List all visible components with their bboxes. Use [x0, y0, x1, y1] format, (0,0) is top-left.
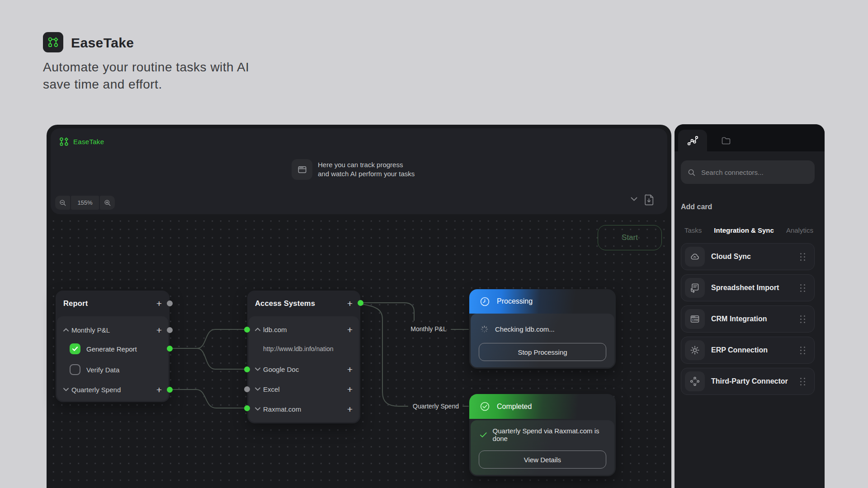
hint-tile	[292, 159, 312, 180]
add-icon[interactable]: +	[347, 365, 353, 374]
workspace-header: EaseTake Here you can track progress and…	[51, 128, 667, 214]
drag-handle[interactable]	[800, 347, 805, 354]
hint-line-2: and watch AI perform your tasks	[318, 169, 415, 178]
add-icon[interactable]: +	[347, 385, 353, 394]
file-download-icon	[644, 194, 655, 206]
check-circle-icon	[479, 401, 491, 412]
drag-handle[interactable]	[800, 284, 805, 292]
connector-card-third-party[interactable]: Third-Party Connector	[681, 368, 815, 395]
workspace-brand-label: EaseTake	[73, 138, 104, 145]
drag-handle[interactable]	[800, 378, 805, 385]
third-party-connector-icon	[685, 371, 705, 391]
connector-card-crm-integration[interactable]: CRM CRM Integration	[681, 305, 815, 333]
port-google-doc[interactable]	[244, 366, 250, 372]
connector-card-label: CRM Integration	[711, 315, 800, 323]
chevron-down-icon	[631, 197, 637, 201]
start-button[interactable]: Start	[598, 225, 662, 250]
port-access-header[interactable]	[358, 300, 363, 306]
hint-line-1: Here you can track progress	[318, 160, 415, 169]
completed-title: Completed	[497, 403, 532, 411]
page-title: EaseTake	[71, 33, 134, 52]
add-icon[interactable]: +	[347, 299, 353, 308]
window-icon	[297, 164, 307, 175]
tab-workflow[interactable]	[678, 130, 707, 151]
search-input[interactable]	[700, 168, 808, 177]
port-raxmat[interactable]	[244, 405, 250, 411]
access-node-body: ldb.com + http://www.ldb.info/nation Goo…	[249, 316, 359, 422]
connector-card-erp-connection[interactable]: ERP Connection	[681, 337, 815, 364]
stop-processing-button[interactable]: Stop Processing	[479, 343, 606, 361]
tab-integration-sync[interactable]: Integration & Sync	[714, 226, 774, 234]
erp-connection-icon	[685, 340, 705, 360]
tagline-line-2: save time and effort.	[43, 76, 249, 93]
add-card-heading: Add card	[681, 203, 712, 211]
add-icon[interactable]: +	[156, 325, 162, 335]
workflow-logo-icon	[47, 36, 59, 48]
crm-integration-icon: CRM	[685, 309, 705, 329]
search-box	[681, 160, 815, 184]
row-generate-report[interactable]: Generate Report	[57, 340, 168, 358]
zoom-in-button[interactable]	[100, 196, 115, 210]
drag-handle[interactable]	[800, 315, 805, 323]
report-title: Report	[63, 299, 156, 308]
add-icon[interactable]: +	[156, 385, 162, 394]
chevron-down-icon[interactable]	[255, 407, 260, 411]
report-node-header: Report +	[56, 291, 170, 316]
sidebar-tab-bar	[675, 124, 825, 151]
zoom-controls: 155%	[55, 196, 115, 210]
row-ldb-url[interactable]: http://www.ldb.info/nation	[249, 343, 359, 355]
connector-card-cloud-sync[interactable]: Cloud Sync	[681, 243, 815, 270]
processing-node[interactable]: Processing Checking ldb.com... Stop Proc…	[469, 289, 616, 369]
view-details-button[interactable]: View Details	[479, 450, 606, 469]
zoom-out-button[interactable]	[55, 196, 70, 210]
row-raxmat[interactable]: Raxmat.com +	[249, 402, 359, 416]
checkbox-unchecked[interactable]	[70, 364, 80, 375]
report-node[interactable]: Report + Monthly P&L + Generate Report V…	[56, 291, 170, 402]
view-details-label: View Details	[524, 456, 561, 464]
port-excel[interactable]	[244, 386, 250, 392]
spinner-icon	[480, 324, 489, 334]
access-systems-node[interactable]: Access Systems + ldb.com + http://www.ld…	[247, 291, 360, 423]
processing-status: Checking ldb.com...	[495, 325, 555, 333]
drag-handle[interactable]	[800, 253, 805, 261]
row-google-doc[interactable]: Google Doc +	[249, 362, 359, 376]
port-generate-report[interactable]	[167, 346, 173, 352]
chevron-down-icon[interactable]	[255, 387, 260, 391]
row-verify-data[interactable]: Verify Data	[57, 361, 168, 379]
add-icon[interactable]: +	[347, 325, 353, 334]
row-quarterly-spend[interactable]: Quarterly Spend +	[57, 382, 168, 397]
report-node-body: Monthly P&L + Generate Report Verify Dat…	[57, 316, 168, 401]
tab-files[interactable]	[714, 130, 738, 151]
port-report-header[interactable]	[167, 300, 173, 306]
workspace-hint: Here you can track progress and watch AI…	[292, 159, 415, 180]
row-ldb[interactable]: ldb.com +	[249, 322, 359, 337]
app-logo	[43, 32, 63, 52]
chevron-up-icon[interactable]	[255, 328, 260, 331]
svg-text:CRM: CRM	[692, 319, 698, 321]
port-ldb[interactable]	[244, 327, 250, 333]
chevron-down-icon[interactable]	[63, 388, 69, 391]
checkbox-checked[interactable]	[70, 343, 80, 354]
processing-status-row: Checking ldb.com...	[480, 324, 606, 334]
access-node-header: Access Systems +	[247, 291, 360, 316]
processing-header: Processing	[469, 289, 616, 314]
check-icon	[72, 346, 78, 352]
port-quarterly-spend[interactable]	[167, 387, 173, 393]
add-icon[interactable]: +	[156, 299, 162, 308]
clock-icon	[479, 296, 491, 307]
row-excel[interactable]: Excel +	[249, 382, 359, 396]
tab-tasks[interactable]: Tasks	[684, 226, 702, 234]
add-icon[interactable]: +	[347, 404, 353, 414]
completed-status-row: Quarterly Spend via Raxmat.com is done	[480, 429, 606, 440]
tab-analytics[interactable]: Analytics	[786, 226, 813, 234]
row-monthly-pl[interactable]: Monthly P&L +	[57, 323, 168, 337]
check-icon	[480, 432, 487, 438]
workflow-logo-icon	[59, 136, 69, 147]
export-button[interactable]	[644, 194, 655, 206]
collapse-button[interactable]	[631, 197, 637, 201]
chevron-up-icon[interactable]	[63, 328, 69, 332]
port-monthly-pl[interactable]	[167, 327, 173, 333]
completed-node[interactable]: Completed Quarterly Spend via Raxmat.com…	[469, 394, 616, 476]
chevron-down-icon[interactable]	[255, 367, 260, 371]
connector-card-spreadsheet-import[interactable]: Spreadsheet Import	[681, 274, 815, 301]
